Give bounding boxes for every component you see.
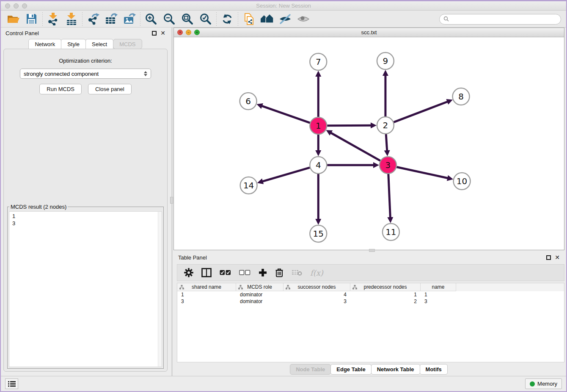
edge-arrowhead xyxy=(387,217,393,223)
cell-successor-nodes[interactable]: 3 xyxy=(284,298,350,304)
duplicate-network-icon[interactable] xyxy=(239,11,258,27)
edge-3-11[interactable] xyxy=(388,174,391,218)
edge-3-1[interactable] xyxy=(330,133,380,160)
node-label-1: 1 xyxy=(316,121,321,131)
edge-2-8[interactable] xyxy=(394,102,448,122)
export-image-icon[interactable] xyxy=(120,11,138,27)
node-label-4: 4 xyxy=(316,160,321,170)
horizontal-splitter[interactable] xyxy=(173,250,564,252)
edge-arrowhead xyxy=(256,103,263,109)
cell-mcds-role[interactable]: dominator xyxy=(236,298,284,304)
open-session-icon[interactable] xyxy=(4,11,22,27)
vertical-splitter[interactable] xyxy=(170,28,173,376)
column-header-name[interactable]: name xyxy=(421,283,456,291)
control-panel-title: Control Panel xyxy=(6,30,39,36)
deselect-all-icon[interactable] xyxy=(239,270,250,276)
edge-1-6[interactable] xyxy=(261,106,310,123)
result-scrollbar[interactable] xyxy=(158,212,162,367)
hide-selected-icon[interactable] xyxy=(276,11,294,27)
show-graphics-details-icon[interactable] xyxy=(258,11,276,27)
cell-successor-nodes[interactable]: 4 xyxy=(284,292,350,298)
tab-select[interactable]: Select xyxy=(85,39,113,49)
splitter-handle[interactable] xyxy=(369,249,375,252)
add-row-icon[interactable] xyxy=(259,268,267,277)
cell-predecessor-nodes[interactable]: 2 xyxy=(350,298,421,304)
cell-mcds-role[interactable]: dominator xyxy=(236,292,284,298)
mcds-result-text[interactable]: 13 xyxy=(9,211,162,367)
select-stepper-icon xyxy=(144,71,147,76)
node-label-2: 2 xyxy=(383,120,388,130)
node-table[interactable]: shared nameMCDS rolesuccessor nodesprede… xyxy=(177,283,564,362)
cell-name[interactable]: 1 xyxy=(421,292,456,298)
refresh-icon[interactable] xyxy=(218,11,236,27)
tab-edge-table[interactable]: Edge Table xyxy=(330,364,371,375)
network-maximize-icon[interactable] xyxy=(194,30,200,35)
tab-style[interactable]: Style xyxy=(61,39,86,49)
gear-icon[interactable] xyxy=(184,268,193,277)
tab-network[interactable]: Network xyxy=(28,39,61,49)
toolbar-separator xyxy=(237,12,238,26)
tab-motifs[interactable]: Motifs xyxy=(420,364,448,375)
edge-4-14[interactable] xyxy=(262,168,310,182)
table-row[interactable]: 3dominator323 xyxy=(177,298,564,305)
node-label-8: 8 xyxy=(458,91,464,102)
node-label-11: 11 xyxy=(385,227,396,237)
column-header-successor-nodes[interactable]: successor nodes xyxy=(284,283,350,291)
task-history-button[interactable] xyxy=(5,378,18,389)
export-table-icon[interactable] xyxy=(102,11,120,27)
table-header-row: shared nameMCDS rolesuccessor nodesprede… xyxy=(177,283,564,291)
memory-label: Memory xyxy=(537,381,557,387)
tab-node-table[interactable]: Node Table xyxy=(290,364,331,375)
import-network-icon[interactable] xyxy=(44,11,62,27)
float-table-panel-icon[interactable] xyxy=(546,255,551,260)
close-panel-button[interactable]: Close panel xyxy=(88,84,132,94)
zoom-in-icon[interactable] xyxy=(142,11,160,27)
search-box xyxy=(439,14,561,25)
select-all-icon[interactable] xyxy=(220,270,231,276)
toolbar-separator xyxy=(42,12,43,26)
status-bar: Memory xyxy=(1,376,566,391)
network-close-icon[interactable] xyxy=(177,30,183,35)
delete-table-icon xyxy=(292,269,302,276)
cell-predecessor-nodes[interactable]: 1 xyxy=(350,292,421,298)
table-row[interactable]: 1dominator411 xyxy=(177,291,564,298)
column-header-shared-name[interactable]: shared name xyxy=(177,283,236,291)
cell-shared-name[interactable]: 3 xyxy=(177,298,236,304)
show-all-icon[interactable] xyxy=(294,11,312,27)
column-header-predecessor-nodes[interactable]: predecessor nodes xyxy=(350,283,421,291)
tab-mcds[interactable]: MCDS xyxy=(113,39,142,49)
columns-icon[interactable] xyxy=(201,268,212,277)
list-icon xyxy=(8,381,16,387)
hierarchy-icon xyxy=(179,285,184,290)
network-window-title: scc.txt xyxy=(174,29,564,36)
splitter-handle[interactable] xyxy=(170,197,173,204)
cell-shared-name[interactable]: 1 xyxy=(177,292,236,298)
import-table-icon[interactable] xyxy=(62,11,80,27)
edge-arrowhead xyxy=(257,179,264,184)
edge-3-10[interactable] xyxy=(396,167,448,178)
tab-network-table[interactable]: Network Table xyxy=(371,364,420,375)
close-panel-icon[interactable]: ✕ xyxy=(160,31,165,36)
zoom-out-icon[interactable] xyxy=(160,11,178,27)
search-input[interactable] xyxy=(451,16,561,23)
save-session-icon[interactable] xyxy=(22,11,41,27)
run-mcds-button[interactable]: Run MCDS xyxy=(39,84,82,94)
edge-arrowhead xyxy=(315,150,321,156)
delete-row-icon[interactable] xyxy=(275,268,284,277)
control-panel-tabs: NetworkStyleSelectMCDS xyxy=(1,39,170,49)
network-canvas[interactable]: 7968124314101511 xyxy=(174,37,564,250)
export-network-icon[interactable] xyxy=(84,11,102,27)
node-label-10: 10 xyxy=(457,176,467,186)
network-minimize-icon[interactable] xyxy=(186,30,191,35)
close-table-panel-icon[interactable]: ✕ xyxy=(555,255,560,260)
memory-button[interactable]: Memory xyxy=(525,378,562,389)
cell-name[interactable]: 3 xyxy=(421,298,456,304)
criterion-select[interactable]: strongly connected component xyxy=(20,69,151,79)
column-header-mcds-role[interactable]: MCDS role xyxy=(236,283,284,291)
edge-arrowhead xyxy=(383,70,388,76)
edge-1-2[interactable] xyxy=(327,125,372,126)
edge-2-3[interactable] xyxy=(386,134,387,151)
zoom-selected-icon[interactable] xyxy=(196,11,215,27)
float-panel-icon[interactable] xyxy=(152,31,157,36)
zoom-fit-icon[interactable] xyxy=(178,11,196,27)
